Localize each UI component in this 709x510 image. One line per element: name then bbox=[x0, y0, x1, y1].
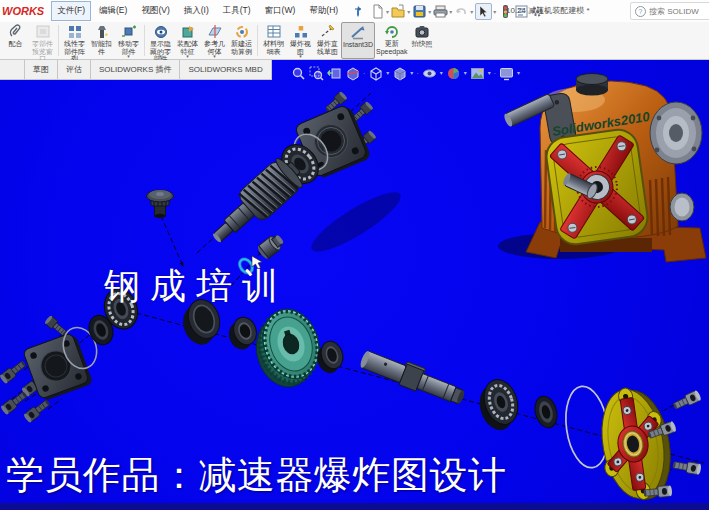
bill-of-materials-button[interactable]: 材料明 细表 bbox=[260, 22, 287, 59]
vent-plug[interactable] bbox=[147, 190, 174, 218]
explode-line-sketch-icon bbox=[320, 24, 336, 39]
socket-screw bbox=[0, 390, 29, 416]
undo-icon[interactable] bbox=[454, 4, 469, 19]
socket-screw bbox=[0, 359, 28, 385]
assembly-features-icon bbox=[180, 24, 196, 39]
tab-solidworks-addins[interactable]: SOLIDWORKS 插件 bbox=[91, 60, 180, 80]
oil-cap bbox=[576, 74, 608, 96]
flyout-arrow[interactable]: ▾ bbox=[73, 54, 76, 59]
select-arrow-icon[interactable] bbox=[475, 3, 492, 20]
bill-of-materials-icon bbox=[266, 24, 282, 39]
zoom-to-fit-icon[interactable] bbox=[291, 66, 306, 81]
worm-shaft[interactable] bbox=[203, 153, 309, 254]
menu-help[interactable]: 帮助(H) bbox=[303, 1, 344, 21]
side-plug bbox=[670, 193, 694, 221]
tab-assembly-partial[interactable] bbox=[0, 60, 25, 80]
save-dropdown-arrow[interactable]: ▾ bbox=[428, 8, 431, 15]
seal-ring[interactable] bbox=[532, 394, 561, 430]
reference-geometry-button[interactable]: 参考几 何体 ▾ bbox=[201, 22, 228, 59]
menu-tools[interactable]: 工具(T) bbox=[217, 1, 257, 21]
show-hidden-components-button[interactable]: 显示隐 藏的零 部件 ▾ bbox=[147, 22, 174, 59]
display-style-icon[interactable] bbox=[392, 66, 407, 81]
exploded-view-button[interactable]: 爆炸视 图 ▾ bbox=[287, 22, 314, 59]
shaft-bushing[interactable] bbox=[256, 232, 286, 260]
assembled-reducer[interactable]: Solidworks2010 bbox=[503, 74, 706, 263]
apply-scene-icon[interactable] bbox=[470, 66, 485, 81]
tab-solidworks-mbd[interactable]: SOLIDWORKS MBD bbox=[180, 60, 271, 80]
search-input[interactable]: 搜索 SOLIDW bbox=[649, 6, 699, 17]
linear-pattern-button[interactable]: 线性零 部件阵 列 ▾ bbox=[61, 22, 88, 59]
previous-view-icon[interactable] bbox=[327, 66, 342, 81]
watermark-text: 钢成培训 bbox=[104, 262, 288, 311]
new-motion-study-icon bbox=[234, 24, 250, 39]
zoom-to-area-icon[interactable] bbox=[309, 66, 324, 81]
socket-screw bbox=[23, 398, 52, 424]
edit-appearance-icon[interactable] bbox=[446, 66, 461, 81]
mate-button[interactable]: 配合 bbox=[2, 22, 29, 59]
open-dropdown-arrow[interactable]: ▾ bbox=[407, 8, 410, 15]
menu-bar: WORKS 文件(F) 编辑(E) 视图(V) 插入(I) 工具(T) 窗口(W… bbox=[0, 0, 709, 23]
explode-line-sketch-button[interactable]: 爆炸直 线草图 bbox=[314, 22, 341, 59]
spacer-bushing[interactable] bbox=[224, 314, 261, 353]
assembly-features-button[interactable]: 装配体 特征 ▾ bbox=[174, 22, 201, 59]
output-shaft[interactable] bbox=[358, 346, 468, 409]
new-motion-study-button[interactable]: 新建运 动算例 bbox=[228, 22, 255, 59]
bottom-strip bbox=[0, 503, 709, 510]
command-manager: 配合 零部件 预览窗 口 线性零 部件阵 列 ▾ 智能扣 件 移动零 部件 ▾ … bbox=[0, 22, 709, 60]
worm-gear[interactable] bbox=[246, 302, 329, 394]
solidworks-window: WORKS 文件(F) 编辑(E) 视图(V) 插入(I) 工具(T) 窗口(W… bbox=[0, 0, 709, 510]
tapered-bearing[interactable] bbox=[473, 375, 525, 434]
menu-file[interactable]: 文件(F) bbox=[51, 1, 91, 21]
save-icon[interactable] bbox=[412, 4, 427, 19]
section-view-icon[interactable] bbox=[345, 66, 360, 81]
graphics-area[interactable]: Solidworks2010 草图 评估 SOLIDWORKS 插件 SOLID… bbox=[0, 60, 709, 510]
tab-sketch[interactable]: 草图 bbox=[25, 60, 58, 80]
flyout-arrow[interactable]: ▾ bbox=[213, 54, 216, 59]
select-dropdown-arrow[interactable]: ▾ bbox=[493, 8, 496, 15]
flyout-arrow[interactable]: ▾ bbox=[127, 54, 130, 59]
flyout-arrow[interactable]: ▾ bbox=[299, 54, 302, 59]
print-icon[interactable] bbox=[433, 4, 448, 19]
new-dropdown-arrow[interactable]: ▾ bbox=[386, 8, 389, 15]
update-speedpak-button[interactable]: 更新 Speedpak bbox=[375, 22, 409, 59]
open-document-icon[interactable] bbox=[391, 4, 406, 19]
flyout-arrow[interactable]: ▾ bbox=[186, 54, 189, 59]
commandmanager-tabs: 草图 评估 SOLIDWORKS 插件 SOLIDWORKS MBD bbox=[0, 60, 272, 79]
headsup-view-toolbar: · ▾ ▾ · ▾ ▾ ▾ · ▾ bbox=[291, 66, 520, 81]
menu-edit[interactable]: 编辑(E) bbox=[93, 1, 133, 21]
take-snapshot-icon bbox=[414, 24, 430, 39]
menu-view[interactable]: 视图(V) bbox=[135, 1, 175, 21]
show-hidden-components-icon bbox=[153, 24, 169, 39]
new-document-icon[interactable] bbox=[370, 4, 385, 19]
hide-show-items-icon[interactable] bbox=[422, 66, 437, 81]
view-settings-icon[interactable] bbox=[499, 66, 514, 81]
tab-evaluate[interactable]: 评估 bbox=[58, 60, 91, 80]
instant3d-button[interactable]: Instant3D bbox=[341, 22, 375, 59]
smart-fasteners-button[interactable]: 智能扣 件 bbox=[88, 22, 115, 59]
search-box[interactable]: ? 搜索 SOLIDW bbox=[630, 2, 709, 20]
socket-screw bbox=[672, 390, 702, 412]
take-snapshot-button[interactable]: 拍快照 bbox=[409, 22, 436, 59]
menu-insert[interactable]: 插入(I) bbox=[178, 1, 215, 21]
component-preview-button: 零部件 预览窗 口 bbox=[29, 22, 56, 59]
solidworks-logo: WORKS bbox=[2, 5, 44, 17]
pin-icon[interactable] bbox=[351, 4, 366, 19]
move-component-button[interactable]: 移动零 部件 ▾ bbox=[115, 22, 142, 59]
worm-shaft-group[interactable] bbox=[147, 91, 377, 276]
component-preview-icon bbox=[35, 24, 51, 39]
flyout-arrow[interactable]: ▾ bbox=[159, 54, 162, 59]
view-orientation-icon[interactable] bbox=[368, 66, 383, 81]
smart-fasteners-icon bbox=[94, 24, 110, 39]
linear-pattern-icon bbox=[67, 24, 83, 39]
mate-paperclip-icon bbox=[8, 24, 24, 39]
output-bearing-boss bbox=[650, 102, 702, 164]
instant3d-icon bbox=[350, 25, 366, 40]
document-title: 10.24 减速机装配建模 * bbox=[506, 5, 590, 16]
help-icon: ? bbox=[635, 6, 646, 17]
update-speedpak-icon bbox=[384, 24, 400, 39]
menu-window[interactable]: 窗口(W) bbox=[259, 1, 302, 21]
caption-text: 学员作品：减速器爆炸图设计 bbox=[6, 450, 507, 501]
undo-dropdown-arrow[interactable]: ▾ bbox=[470, 8, 473, 15]
exploded-view-icon bbox=[293, 24, 309, 39]
print-dropdown-arrow[interactable]: ▾ bbox=[449, 8, 452, 15]
